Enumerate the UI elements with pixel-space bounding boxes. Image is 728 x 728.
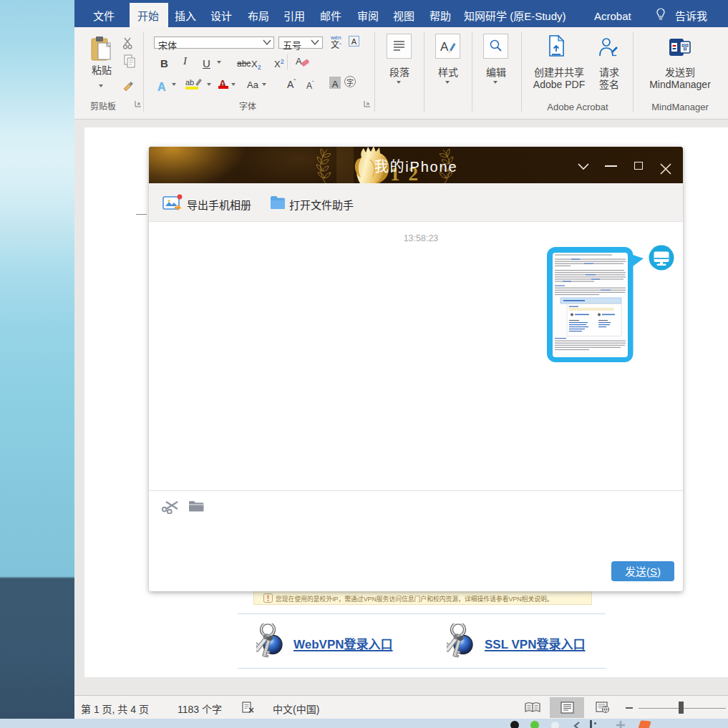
- svg-text:A: A: [296, 56, 302, 67]
- svg-text:ab: ab: [185, 78, 194, 87]
- svg-text:A: A: [440, 40, 449, 54]
